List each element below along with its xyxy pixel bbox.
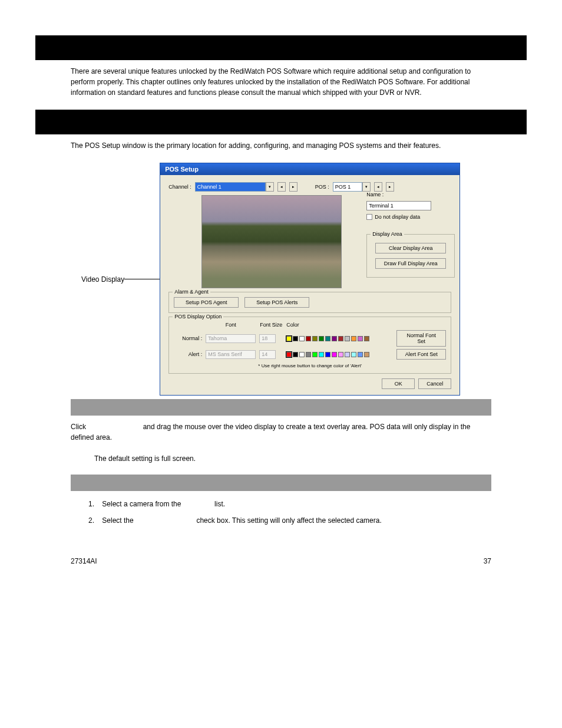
normal-font-set-button[interactable]: Normal Font Set (396, 330, 446, 347)
color-swatch[interactable] (312, 336, 318, 341)
color-swatch[interactable] (364, 336, 369, 341)
color-swatch[interactable] (358, 336, 363, 341)
alert-size-field: 14 (259, 350, 276, 359)
pos-prev-button[interactable]: ◂ (374, 182, 382, 192)
callout-line (124, 279, 160, 279)
color-swatch[interactable] (345, 352, 350, 357)
footer-right: 37 (484, 557, 491, 565)
step1-pre: Select a camera from the (102, 500, 183, 508)
footer-left: 27314AI (71, 557, 97, 565)
clear-display-area-button[interactable]: Clear Display Area (375, 243, 446, 253)
color-swatch[interactable] (351, 352, 356, 357)
color-swatch[interactable] (286, 336, 292, 341)
callout-video-display: Video Display (81, 275, 124, 284)
alarm-agent-fieldset: Alarm & Agent Setup POS Agent Setup POS … (168, 292, 451, 313)
alert-color-swatches[interactable] (286, 352, 386, 357)
font-note: * Use right mouse button to change color… (174, 363, 446, 368)
channel-prev-button[interactable]: ◂ (277, 182, 286, 192)
display-area-fieldset: Display Area Clear Display Area Draw Ful… (366, 234, 455, 278)
normal-font-field: Tahoma (206, 334, 256, 343)
step2-post: check box. This setting will only affect… (194, 516, 382, 525)
color-swatch[interactable] (319, 352, 324, 357)
color-swatch[interactable] (345, 336, 350, 341)
checkbox-icon[interactable] (366, 214, 372, 220)
channel-value[interactable]: Channel 1 (195, 182, 266, 192)
ok-button[interactable]: OK (382, 378, 415, 389)
color-swatch[interactable] (293, 336, 298, 341)
pos-combo[interactable]: POS 1 ▾ (333, 182, 371, 192)
col-size: Font Size (259, 322, 283, 328)
intro-text: There are several unique features unlock… (71, 66, 491, 98)
video-preview[interactable] (201, 195, 342, 288)
list-item: 2. Select the check box. This setting wi… (88, 513, 491, 528)
color-swatch[interactable] (299, 352, 305, 357)
name-label: Name : (366, 192, 455, 197)
color-swatch[interactable] (338, 352, 343, 357)
chevron-down-icon[interactable]: ▾ (362, 182, 371, 192)
color-swatch[interactable] (358, 352, 363, 357)
display-area-legend: Display Area (371, 231, 404, 237)
pos-display-option-fieldset: POS Display Option Font Font Size Color … (168, 317, 451, 374)
col-color: Color (286, 322, 393, 328)
do-not-display-label: Do not display data (375, 214, 420, 220)
color-swatch[interactable] (299, 336, 305, 341)
color-swatch[interactable] (325, 336, 330, 341)
pos-next-button[interactable]: ▸ (386, 182, 394, 192)
draw-area-heading (71, 399, 491, 416)
color-swatch[interactable] (325, 352, 330, 357)
name-input[interactable]: Terminal 1 (366, 201, 431, 210)
pos-setup-dialog: POS Setup Channel : Channel 1 ▾ ◂ ▸ POS … (160, 163, 460, 396)
channel-next-button[interactable]: ▸ (289, 182, 297, 192)
color-swatch[interactable] (306, 352, 311, 357)
cancel-button[interactable]: Cancel (418, 378, 451, 389)
dialog-titlebar: POS Setup (160, 163, 459, 175)
list-item: 1. Select a camera from the list. (88, 497, 491, 511)
setup-section-header (35, 35, 527, 60)
pos-value[interactable]: POS 1 (333, 182, 362, 192)
draw-area-suffix: and drag the mouse over the video displa… (71, 423, 470, 442)
draw-full-display-area-button[interactable]: Draw Full Display Area (375, 258, 446, 269)
chevron-down-icon[interactable]: ▾ (266, 182, 274, 192)
color-swatch[interactable] (332, 336, 337, 341)
color-swatch[interactable] (364, 352, 369, 357)
alert-font-field: MS Sans Serif (206, 350, 256, 359)
alert-label: Alert : (174, 351, 202, 357)
color-swatch[interactable] (312, 352, 318, 357)
draw-area-text: Click and drag the mouse over the video … (71, 421, 491, 443)
pos-label: POS : (315, 184, 329, 190)
alarm-agent-legend: Alarm & Agent (173, 289, 210, 295)
draw-area-prefix: Click (71, 423, 88, 431)
color-swatch[interactable] (306, 336, 311, 341)
normal-color-swatches[interactable] (286, 336, 386, 341)
setup-pos-alerts-button[interactable]: Setup POS Alerts (244, 297, 309, 308)
step1-post: list. (213, 500, 225, 508)
col-font: Font (206, 322, 256, 328)
channel-combo[interactable]: Channel 1 ▾ (195, 182, 274, 192)
normal-label: Normal : (174, 335, 202, 341)
pos-display-legend: POS Display Option (173, 314, 223, 319)
color-swatch[interactable] (351, 336, 356, 341)
normal-size-field: 18 (259, 334, 276, 343)
color-swatch[interactable] (319, 336, 324, 341)
setup-pos-agent-button[interactable]: Setup POS Agent (174, 297, 239, 308)
color-swatch[interactable] (338, 336, 343, 341)
color-swatch[interactable] (293, 352, 298, 357)
pos-setup-section-header (35, 110, 527, 134)
color-swatch[interactable] (286, 352, 292, 357)
step2-pre: Select the (102, 516, 135, 525)
pos-setup-intro: The POS Setup window is the primary loca… (71, 140, 491, 151)
alert-font-set-button[interactable]: Alert Font Set (396, 349, 446, 360)
hide-data-heading (71, 475, 491, 491)
do-not-display-checkbox[interactable]: Do not display data (366, 214, 455, 220)
color-swatch[interactable] (332, 352, 337, 357)
channel-label: Channel : (168, 184, 191, 190)
draw-area-default-note: The default setting is full screen. (94, 454, 491, 463)
hide-steps-list: 1. Select a camera from the list. 2. Sel… (88, 497, 491, 528)
